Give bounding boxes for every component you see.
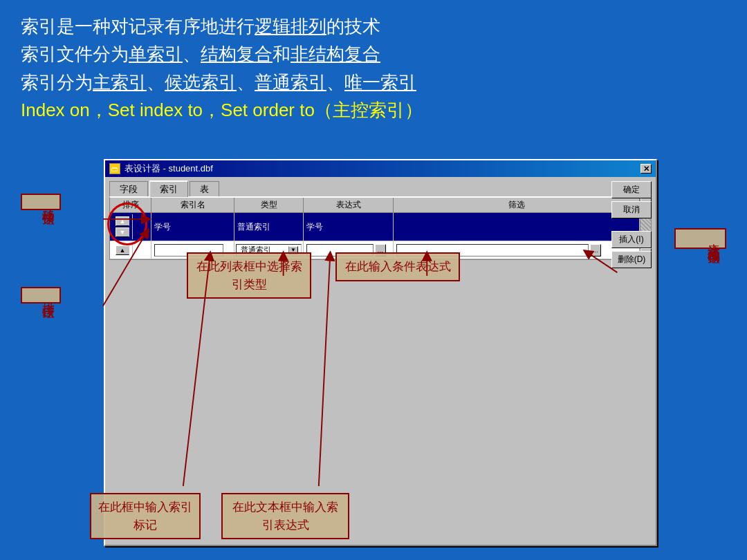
line4-text: Index on，Set index to，Set order to（主控索引） [21,100,423,120]
tab-field[interactable]: 字段 [109,181,148,197]
line3-m3: 、 [326,72,344,93]
up-arrow-2[interactable]: ▲ [116,245,129,255]
confirm-button[interactable]: 确定 [611,181,652,198]
line2-m1: 、 [183,44,201,64]
line2-text: 索引文件分为 [21,44,129,64]
line3-m1: 、 [147,72,165,93]
annotation-select-type: 在此列表框中选择索引类型 [187,252,311,299]
line2-m2: 和 [273,44,290,64]
insert-button[interactable]: 插入(I) [611,231,652,248]
annotation-expr-button: 表达式生成按钮 [674,228,726,249]
line3-ul2: 候选索引 [165,72,237,93]
col-filter: 筛选 [394,198,640,212]
sort-arrows-2: ▲ [113,243,133,257]
line1-underline: 逻辑排列 [255,16,326,37]
intro-text: 索引是一种对记录有序地进行逻辑排列的技术 索引文件分为单索引、结构复合和非结构复… [0,0,747,131]
line2-ul1: 单索引 [129,44,183,64]
tab-table[interactable]: 表 [190,181,219,197]
line3-ul1: 主索引 [93,72,147,93]
line3-text: 索引分为 [21,72,93,93]
delete-button[interactable]: 删除(D) [611,251,652,268]
dialog-title: 表设计器 - student.dbf [124,162,213,175]
sort-arrows: ▲ ▼ [113,214,133,239]
annotation-sort-button: 排序按钮 [21,287,61,304]
tab-index[interactable]: 索引 [149,180,188,197]
win-dialog: 🗃 表设计器 - student.dbf ✕ 字段 索引 表 排序 索引名 类型… [104,159,657,546]
col-type: 类型 [234,198,304,212]
close-button[interactable]: ✕ [640,164,652,174]
up-arrow[interactable]: ▲ [116,216,129,226]
annotation-move-button: 移动按钮 [21,194,61,210]
row1-sort-cell: ▲ ▼ [110,213,151,241]
annotation-condition-expr: 在此输入条件表达式 [335,252,460,281]
tab-bar: 字段 索引 表 [105,177,656,196]
col-sort: 排序 [110,198,151,212]
right-buttons: 确定 取消 插入(I) 删除(D) [611,181,652,268]
line3-ul3: 普通索引 [255,72,326,93]
col-expr: 表达式 [304,198,394,212]
diagram-area: 🗃 表设计器 - student.dbf ✕ 字段 索引 表 排序 索引名 类型… [21,159,726,546]
row1-filter [394,213,640,241]
annotation-index-expr: 在此文本框中输入索引表达式 [221,493,349,539]
titlebar-left: 🗃 表设计器 - student.dbf [109,162,213,175]
col-name: 索引名 [151,198,234,212]
row1-name: 学号 [151,213,234,241]
filter-builder-btn[interactable]: … [590,244,601,256]
row2-sort-cell: ▲ [110,241,151,259]
line2-ul2: 结构复合 [201,44,273,64]
table-header: 排序 索引名 类型 表达式 筛选 [110,198,651,213]
row1-expr: 学号 [304,213,394,241]
cancel-button[interactable]: 取消 [611,201,652,218]
line3-ul4: 唯一索引 [344,72,416,93]
app-icon: 🗃 [109,163,120,174]
line2-ul3: 非结构复合 [290,44,380,64]
titlebar: 🗃 表设计器 - student.dbf ✕ [105,160,656,177]
line1-text: 索引是一种对记录有序地进行 [21,16,255,37]
table-content: 排序 索引名 类型 表达式 筛选 ▲ ▼ 学号 普通索引 学号 [109,196,652,260]
line3-m2: 、 [237,72,255,93]
down-arrow[interactable]: ▼ [116,227,129,237]
annotation-index-mark: 在此框中输入索引标记 [90,493,201,539]
table-row[interactable]: ▲ ▼ 学号 普通索引 学号 [110,213,651,241]
row1-type: 普通索引 [234,213,304,241]
line1-end: 的技术 [326,16,380,37]
